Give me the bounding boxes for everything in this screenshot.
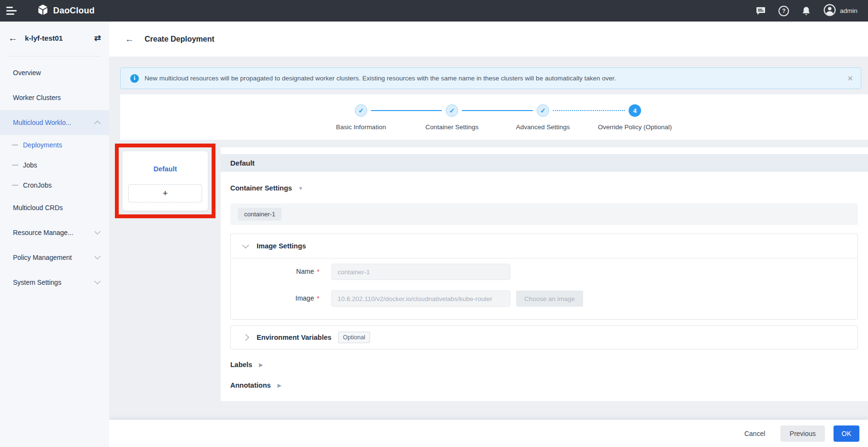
daocloud-cube-icon [37, 4, 49, 18]
sidebar-item-label: Overview [13, 69, 41, 77]
choose-image-button[interactable]: Choose an image [516, 291, 583, 307]
avatar-icon [823, 4, 836, 18]
required-marker: * [317, 295, 319, 302]
dash-icon [12, 185, 18, 186]
info-banner: i New multicloud resources will be propa… [120, 67, 861, 89]
annotations-title: Annotations [230, 381, 271, 389]
caret-right-icon: ▶ [259, 362, 263, 368]
chevron-down-icon [242, 241, 249, 248]
sidebar-item-label: Deployments [23, 141, 62, 149]
tab-default[interactable]: Default [123, 151, 208, 173]
check-icon: ✓ [449, 107, 455, 114]
previous-button[interactable]: Previous [780, 425, 824, 442]
container-tabs-strip: container-1 [230, 203, 858, 225]
step-label-override-policy: Override Policy (Optional) [598, 123, 672, 131]
sidebar: ← k-lyf-test01 ⇄ Overview Worker Cluster… [0, 22, 109, 447]
sidebar-item-jobs[interactable]: Jobs [0, 155, 109, 175]
banner-text: New multicloud resources will be propaga… [145, 75, 616, 82]
name-field-label: Name* [259, 268, 319, 275]
back-arrow-icon[interactable]: ← [8, 33, 18, 43]
caret-right-icon: ▶ [278, 382, 282, 389]
section-header: Default [221, 154, 868, 172]
sidebar-item-label: Resource Manage... [13, 229, 73, 236]
daocloud-logo[interactable]: DaoCloud [37, 4, 95, 18]
sidebar-item-label: Multicloud CRDs [13, 204, 63, 212]
sidebar-item-resource-management[interactable]: Resource Manage... [0, 220, 109, 245]
environment-variables-title: Environment Variables [257, 334, 331, 341]
section-title: Default [230, 159, 255, 167]
notifications-bell-icon[interactable] [802, 6, 811, 16]
step-number: 4 [633, 107, 636, 114]
image-settings-title: Image Settings [257, 242, 306, 250]
topbar: DaoCloud ? [0, 0, 868, 22]
cluster-name: k-lyf-test01 [25, 34, 63, 42]
wizard-stepper: ✓ ✓ ✓ 4 Basic Information Container Sett… [120, 94, 868, 140]
close-icon[interactable]: ✕ [847, 74, 853, 83]
step-connector [371, 110, 442, 111]
step-circle-basic-information[interactable]: ✓ [355, 104, 367, 117]
help-icon[interactable]: ? [778, 6, 789, 16]
back-arrow-icon[interactable]: ← [125, 34, 134, 44]
labels-title: Labels [230, 361, 252, 369]
sidebar-cluster-header: ← k-lyf-test01 ⇄ [0, 22, 109, 54]
labels-toggle[interactable]: Labels ▶ [230, 361, 263, 369]
cancel-button[interactable]: Cancel [738, 426, 772, 441]
dash-icon [12, 145, 18, 145]
page-header: ← Create Deployment [109, 22, 868, 56]
dash-icon [12, 165, 18, 166]
hamburger-menu-icon[interactable] [6, 5, 17, 17]
image-settings-header[interactable]: Image Settings [231, 234, 857, 258]
container-tab[interactable]: container-1 [238, 208, 282, 221]
container-image-input[interactable] [331, 291, 510, 307]
sidebar-item-label: Worker Clusters [13, 94, 61, 101]
info-icon: i [130, 74, 139, 83]
sidebar-item-policy-management[interactable]: Policy Management [0, 245, 109, 270]
sidebar-item-overview[interactable]: Overview [0, 60, 109, 85]
chevron-right-icon [242, 334, 249, 341]
screen: DaoCloud ? [0, 0, 868, 447]
check-icon: ✓ [540, 107, 546, 114]
username-label: admin [840, 7, 857, 14]
sidebar-item-multicloud-workloads[interactable]: Multicloud Worklo... [0, 110, 109, 135]
step-label-container-settings: Container Settings [425, 123, 478, 131]
sidebar-divider [8, 56, 101, 56]
chevron-up-icon [94, 121, 101, 127]
override-policy-form: Default Container Settings ▼ container-1… [221, 147, 868, 401]
sidebar-item-label: Jobs [23, 161, 37, 169]
step-circle-advanced-settings[interactable]: ✓ [537, 104, 549, 117]
topbar-actions: ? admin [756, 4, 857, 18]
caret-down-icon: ▼ [298, 186, 303, 191]
sidebar-item-label: System Settings [13, 279, 61, 286]
step-label-basic-information: Basic Information [336, 123, 386, 131]
logo-text: DaoCloud [53, 6, 95, 16]
messages-icon[interactable] [756, 7, 766, 15]
required-marker: * [317, 268, 319, 275]
chevron-down-icon [94, 253, 101, 259]
chevron-down-icon [94, 228, 101, 235]
step-circle-container-settings[interactable]: ✓ [446, 104, 458, 117]
add-policy-button[interactable]: + [128, 184, 202, 202]
sidebar-item-worker-clusters[interactable]: Worker Clusters [0, 85, 109, 110]
image-settings-section: Image Settings Name* Image* Choose an im… [230, 234, 858, 320]
switch-cluster-icon[interactable]: ⇄ [94, 33, 101, 43]
user-menu[interactable]: admin [823, 4, 857, 18]
step-circle-override-policy[interactable]: 4 [629, 104, 641, 117]
ok-button[interactable]: OK [834, 425, 859, 442]
container-name-input[interactable] [331, 264, 510, 280]
annotations-toggle[interactable]: Annotations ▶ [230, 381, 282, 389]
sidebar-item-label: Multicloud Worklo... [13, 119, 71, 126]
chevron-down-icon [94, 278, 101, 284]
sidebar-item-label: CronJobs [23, 181, 52, 189]
container-settings-title: Container Settings [230, 184, 292, 192]
plus-icon: + [162, 188, 168, 199]
sidebar-item-cronjobs[interactable]: CronJobs [0, 175, 109, 195]
sidebar-item-deployments[interactable]: Deployments [0, 135, 109, 155]
step-connector [462, 110, 533, 111]
image-field-label: Image* [259, 294, 319, 302]
step-label-advanced-settings: Advanced Settings [516, 123, 570, 131]
container-settings-toggle[interactable]: Container Settings ▼ [230, 184, 303, 192]
sidebar-item-multicloud-crds[interactable]: Multicloud CRDs [0, 195, 109, 220]
policy-tab-panel: Default + [123, 151, 208, 211]
sidebar-item-system-settings[interactable]: System Settings [0, 270, 109, 295]
environment-variables-section[interactable]: Environment Variables Optional [230, 325, 858, 349]
